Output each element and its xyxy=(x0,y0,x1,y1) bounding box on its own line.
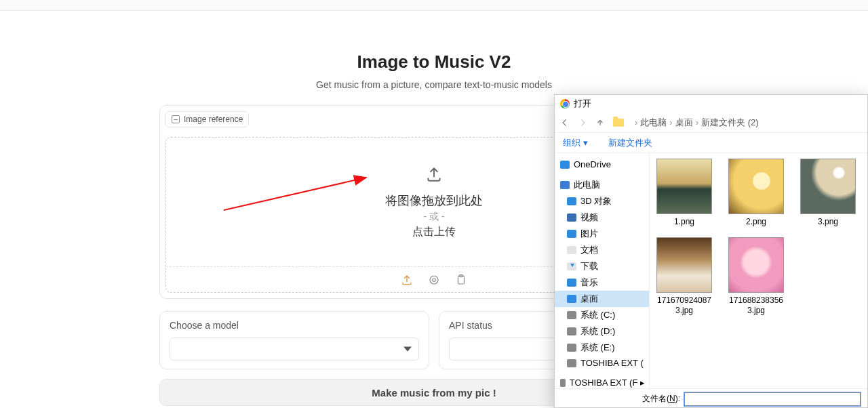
tree-icon xyxy=(567,213,576,222)
tree-icon xyxy=(567,359,576,367)
tree-icon xyxy=(567,344,576,352)
file-thumbnail xyxy=(656,159,712,214)
page-title: Image to Music V2 xyxy=(0,52,868,73)
image-reference-tag: Image reference xyxy=(165,111,249,127)
tree-label: 桌面 xyxy=(580,293,598,305)
tree-icon xyxy=(567,246,576,254)
tree-node[interactable]: 下载 xyxy=(555,258,649,274)
tree-label: 系统 (D:) xyxy=(580,325,615,338)
file-label: 3.png xyxy=(818,217,838,228)
file-label: 2.png xyxy=(746,217,766,228)
svg-point-1 xyxy=(433,278,436,281)
upload-alt-icon[interactable] xyxy=(401,274,413,286)
page-subtitle: Get music from a picture, compare text-t… xyxy=(0,79,868,90)
top-band xyxy=(0,0,868,11)
tree-label: 文档 xyxy=(580,244,598,256)
breadcrumb: ›此电脑 ›桌面 ›新建文件夹 (2) xyxy=(635,117,759,129)
tree-icon xyxy=(560,181,570,189)
tree-label: TOSHIBA EXT ( xyxy=(580,358,644,368)
dialog-title: 打开 xyxy=(574,98,591,110)
tree-icon xyxy=(567,311,576,319)
camera-icon[interactable] xyxy=(428,274,440,286)
tree-label: 下载 xyxy=(580,260,598,272)
file-thumbnail xyxy=(656,237,712,293)
tree-node[interactable]: TOSHIBA EXT (F ▸ xyxy=(555,375,649,388)
tree-node[interactable]: 系统 (E:) xyxy=(555,340,649,356)
tree-node[interactable]: 桌面 xyxy=(555,291,649,307)
file-item[interactable]: 3.png xyxy=(800,159,856,228)
tree-label: 音乐 xyxy=(580,277,598,289)
folder-icon xyxy=(613,119,624,127)
tree-label: 图片 xyxy=(580,228,598,240)
file-thumbnail xyxy=(800,159,856,214)
file-item[interactable]: 1.png xyxy=(656,159,712,228)
dialog-footer: 文件名(N): xyxy=(555,388,867,408)
file-label: 1716882383563.jpg xyxy=(728,295,784,317)
tree-node[interactable]: 视频 xyxy=(555,209,649,226)
tree-node[interactable]: 图片 xyxy=(555,226,649,242)
tree-icon xyxy=(567,279,576,287)
new-folder-button[interactable]: 新建文件夹 xyxy=(608,137,652,149)
chrome-icon xyxy=(560,99,570,108)
tree-icon xyxy=(567,230,576,238)
file-item[interactable]: 1716709240873.jpg xyxy=(656,237,712,317)
tree-icon xyxy=(560,379,566,387)
nav-forward-button[interactable] xyxy=(578,118,587,127)
file-open-dialog: 打开 ›此电脑 ›桌面 ›新建文件夹 (2) 组织 ▾ 新建文件夹 OneDri… xyxy=(554,94,868,408)
tree-icon xyxy=(567,262,576,270)
crumb[interactable]: 此电脑 xyxy=(640,117,667,129)
nav-up-button[interactable] xyxy=(595,118,605,127)
organize-button[interactable]: 组织 ▾ xyxy=(563,137,588,149)
file-grid: 1.png2.png3.png 1716709240873.jpg1716882… xyxy=(650,153,867,388)
svg-point-0 xyxy=(430,276,438,284)
nav-back-button[interactable] xyxy=(560,118,570,127)
crumb[interactable]: 新建文件夹 (2) xyxy=(701,117,759,129)
chevron-down-icon xyxy=(403,345,412,353)
tree-label: 系统 (C:) xyxy=(580,309,615,321)
folder-tree: OneDrive此电脑3D 对象视频图片文档下载音乐桌面系统 (C:)系统 (D… xyxy=(555,153,650,388)
crumb[interactable]: 桌面 xyxy=(675,117,693,129)
tree-node[interactable]: OneDrive xyxy=(555,157,649,171)
dialog-toolbar: 组织 ▾ 新建文件夹 xyxy=(555,133,867,153)
tree-icon xyxy=(560,161,570,169)
model-select[interactable] xyxy=(170,338,419,361)
file-label: 1716709240873.jpg xyxy=(656,295,712,317)
image-reference-label: Image reference xyxy=(184,115,243,124)
filename-input[interactable] xyxy=(684,392,861,406)
drop-text-1: 将图像拖放到此处 xyxy=(385,192,483,209)
tree-label: TOSHIBA EXT (F ▸ xyxy=(570,378,645,388)
file-label: 1.png xyxy=(674,217,694,228)
tree-label: 系统 (E:) xyxy=(580,342,615,354)
tree-node[interactable]: 系统 (D:) xyxy=(555,323,649,340)
tree-node[interactable]: 3D 对象 xyxy=(555,193,649,209)
dialog-body: OneDrive此电脑3D 对象视频图片文档下载音乐桌面系统 (C:)系统 (D… xyxy=(555,153,867,388)
tree-label: 视频 xyxy=(580,211,598,224)
file-item[interactable]: 1716882383563.jpg xyxy=(728,237,784,317)
tree-icon xyxy=(567,295,576,303)
upload-icon xyxy=(425,165,443,186)
tree-label: OneDrive xyxy=(574,159,611,169)
dialog-address-bar: ›此电脑 ›桌面 ›新建文件夹 (2) xyxy=(555,113,867,133)
file-thumbnail xyxy=(728,237,784,293)
file-item[interactable]: 2.png xyxy=(728,159,784,228)
tree-icon xyxy=(567,327,576,335)
tree-node[interactable]: 音乐 xyxy=(555,274,649,291)
tree-node[interactable]: 文档 xyxy=(555,242,649,258)
filename-label: 文件名(N): xyxy=(642,393,680,405)
tree-icon xyxy=(567,197,576,205)
tree-label: 3D 对象 xyxy=(580,195,612,207)
drop-text-or: - 或 - xyxy=(423,211,444,223)
image-icon xyxy=(172,115,180,123)
model-panel: Choose a model xyxy=(159,311,429,369)
tree-label: 此电脑 xyxy=(574,179,600,191)
dialog-titlebar[interactable]: 打开 xyxy=(555,95,867,113)
tree-node[interactable]: 此电脑 xyxy=(555,177,649,193)
file-thumbnail xyxy=(728,159,784,214)
tree-node[interactable]: 系统 (C:) xyxy=(555,307,649,323)
tree-node[interactable]: TOSHIBA EXT ( xyxy=(555,356,649,370)
clipboard-icon[interactable] xyxy=(455,274,467,286)
choose-model-label: Choose a model xyxy=(170,320,419,331)
drop-text-3: 点击上传 xyxy=(412,225,456,239)
